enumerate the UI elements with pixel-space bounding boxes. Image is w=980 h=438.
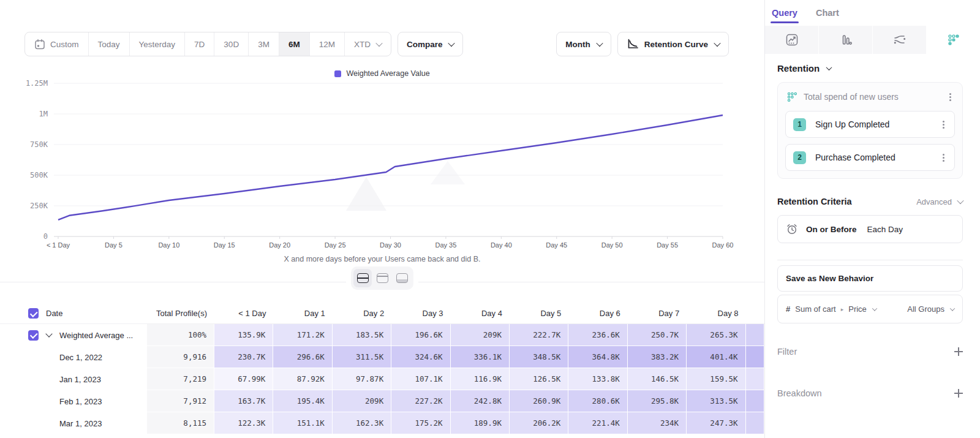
retention-value-cell[interactable]: 107.1K bbox=[391, 368, 450, 390]
retention-value-cell[interactable]: 295.8K bbox=[628, 390, 687, 412]
retention-value-cell[interactable]: 175.2K bbox=[391, 412, 450, 434]
retention-value-cell[interactable]: 221.4K bbox=[568, 412, 627, 434]
tab-insights[interactable] bbox=[765, 26, 819, 54]
retention-value-cell[interactable]: 183.5K bbox=[333, 324, 391, 346]
retention-value-cell[interactable]: 209K bbox=[451, 324, 510, 346]
tab-query[interactable]: Query bbox=[771, 8, 799, 23]
bottom-panel-view-button[interactable] bbox=[393, 269, 411, 287]
select-all-checkbox[interactable] bbox=[28, 308, 39, 319]
chart-view-button[interactable]: Retention Curve bbox=[617, 32, 729, 56]
retention-value-cell[interactable]: 324.6K bbox=[391, 346, 450, 368]
range-12m[interactable]: 12M bbox=[309, 32, 344, 56]
retention-value-cell[interactable]: 313.5K bbox=[687, 390, 745, 412]
retention-value-cell[interactable]: 250.7K bbox=[628, 324, 687, 346]
retention-value-cell[interactable]: 189.9K bbox=[451, 412, 510, 434]
retention-value-cell[interactable]: 126.5K bbox=[510, 368, 568, 390]
retention-value-cell[interactable]: 171.2K bbox=[273, 324, 332, 346]
tab-retention[interactable] bbox=[927, 26, 980, 54]
retention-curve-line[interactable] bbox=[58, 115, 723, 220]
range-6m[interactable]: 6M bbox=[279, 32, 309, 56]
retention-value-cell[interactable]: 87.92K bbox=[273, 368, 332, 390]
retention-value-cell[interactable]: 242.8K bbox=[451, 390, 510, 412]
x-axis-tick: Day 5 bbox=[105, 241, 123, 249]
main-panel: CustomTodayYesterday7D30D3M6M12MXTD Comp… bbox=[0, 0, 764, 438]
retention-value-cell[interactable]: 227.2K bbox=[391, 390, 450, 412]
report-type-label: Retention bbox=[777, 63, 820, 74]
range-today[interactable]: Today bbox=[88, 32, 129, 56]
retention-value-cell[interactable]: 206.2K bbox=[510, 412, 568, 434]
retention-value-cell[interactable]: 336.1K bbox=[451, 346, 510, 368]
all-groups-dropdown[interactable]: All Groups bbox=[907, 304, 954, 314]
retention-value-cell[interactable]: 133.8K bbox=[568, 368, 627, 390]
tab-funnels[interactable] bbox=[819, 26, 873, 54]
range-7d[interactable]: 7D bbox=[184, 32, 214, 56]
behavior-step-2[interactable]: 2 Purchase Completed bbox=[785, 144, 955, 171]
chart-svg: 1.25M1M750K500K250K0< 1 DayDay 5Day 10Da… bbox=[0, 79, 764, 254]
retention-value-cell[interactable]: 401.4K bbox=[687, 346, 745, 368]
range-xtd[interactable]: XTD bbox=[344, 32, 391, 56]
retention-value-cell[interactable]: 163.7K bbox=[214, 390, 273, 412]
add-filter-button[interactable] bbox=[954, 347, 963, 356]
retention-value-cell[interactable]: 348.5K bbox=[510, 346, 568, 368]
column-header: Day 2 bbox=[333, 303, 391, 323]
retention-value-cell[interactable]: 135.9K bbox=[214, 324, 273, 346]
range-custom[interactable]: Custom bbox=[25, 32, 88, 56]
retention-value-cell[interactable]: 230.7K bbox=[214, 346, 273, 368]
kebab-menu-icon[interactable] bbox=[943, 157, 944, 159]
tab-flows[interactable] bbox=[873, 26, 927, 54]
retention-value-cell[interactable]: 234K bbox=[628, 412, 687, 434]
kebab-menu-icon[interactable] bbox=[949, 96, 951, 98]
retention-value-cell[interactable]: 146.5K bbox=[628, 368, 687, 390]
retention-value-cell[interactable]: 67.99K bbox=[214, 368, 273, 390]
retention-value-cell-clipped bbox=[746, 412, 764, 434]
compare-button[interactable]: Compare bbox=[398, 32, 464, 56]
x-axis-tick: Day 10 bbox=[158, 241, 179, 249]
range-3m[interactable]: 3M bbox=[248, 32, 279, 56]
number-property-icon: # bbox=[786, 304, 790, 314]
retention-value-cell[interactable]: 265.3K bbox=[687, 324, 745, 346]
criteria-condition-box[interactable]: On or Before Each Day bbox=[777, 215, 963, 243]
calendar-icon bbox=[34, 39, 45, 50]
expand-chevron-icon[interactable] bbox=[45, 330, 52, 337]
behavior-title: Total spend of new users bbox=[804, 92, 941, 102]
advanced-dropdown[interactable]: Advanced bbox=[916, 197, 963, 206]
retention-value-cell[interactable]: 311.5K bbox=[333, 346, 391, 368]
retention-value-cell[interactable]: 151.1K bbox=[273, 412, 332, 434]
retention-value-cell[interactable]: 280.6K bbox=[568, 390, 627, 412]
tab-chart[interactable]: Chart bbox=[815, 8, 840, 23]
bar-chart-icon bbox=[839, 33, 853, 47]
row-checkbox[interactable] bbox=[28, 330, 39, 341]
retention-value-cell[interactable]: 236.6K bbox=[568, 324, 627, 346]
range-yesterday[interactable]: Yesterday bbox=[129, 32, 185, 56]
range-30d[interactable]: 30D bbox=[214, 32, 248, 56]
retention-value-cell[interactable]: 122.3K bbox=[214, 412, 273, 434]
retention-value-cell-clipped bbox=[746, 390, 764, 412]
add-breakdown-button[interactable] bbox=[954, 389, 963, 398]
report-type-selector[interactable]: Retention bbox=[777, 63, 963, 74]
retention-value-cell[interactable]: 222.7K bbox=[510, 324, 568, 346]
retention-value-cell[interactable]: 260.9K bbox=[510, 390, 568, 412]
total-profiles-cell: 8,115 bbox=[147, 412, 214, 434]
kebab-menu-icon[interactable] bbox=[943, 124, 944, 126]
filter-row: Filter bbox=[777, 347, 963, 357]
split-view-button[interactable] bbox=[353, 269, 372, 287]
save-as-new-behavior-button[interactable]: Save as New Behavior bbox=[777, 265, 963, 292]
top-panel-view-button[interactable] bbox=[373, 269, 391, 287]
retention-value-cell[interactable]: 364.8K bbox=[568, 346, 627, 368]
measure-row[interactable]: # Sum of cart ▸ Price All Groups bbox=[777, 295, 963, 323]
retention-value-cell[interactable]: 159.5K bbox=[687, 368, 745, 390]
row-label: Mar 1, 2023 bbox=[59, 419, 102, 428]
retention-value-cell[interactable]: 116.9K bbox=[451, 368, 510, 390]
retention-value-cell[interactable]: 209K bbox=[333, 390, 391, 412]
granularity-button[interactable]: Month bbox=[556, 32, 611, 56]
retention-value-cell[interactable]: 247.3K bbox=[687, 412, 745, 434]
retention-value-cell[interactable]: 195.4K bbox=[273, 390, 332, 412]
retention-value-cell[interactable]: 162.3K bbox=[333, 412, 391, 434]
behavior-step-1[interactable]: 1 Sign Up Completed bbox=[785, 111, 955, 138]
retention-value-cell[interactable]: 296.6K bbox=[273, 346, 332, 368]
retention-value-cell[interactable]: 196.6K bbox=[391, 324, 450, 346]
retention-value-cell[interactable]: 383.2K bbox=[628, 346, 687, 368]
retention-value-cell[interactable]: 97.87K bbox=[333, 368, 391, 390]
column-header: Day 7 bbox=[628, 303, 687, 323]
x-axis-tick: Day 15 bbox=[214, 241, 235, 249]
